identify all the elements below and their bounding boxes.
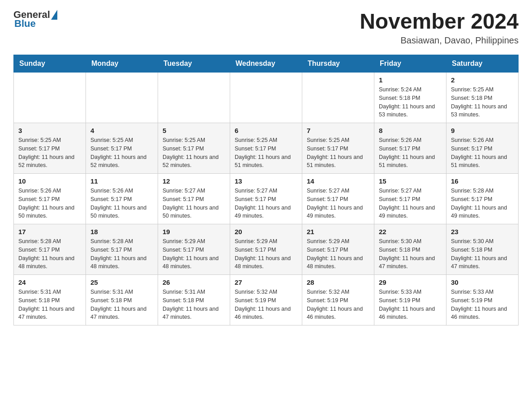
location-title: Basiawan, Davao, Philippines [360, 35, 519, 46]
day-info: Sunrise: 5:29 AM Sunset: 5:17 PM Dayligh… [307, 237, 369, 271]
day-number: 3 [18, 127, 81, 134]
calendar-cell: 26Sunrise: 5:31 AM Sunset: 5:18 PM Dayli… [158, 275, 230, 325]
day-number: 23 [451, 228, 514, 235]
day-info: Sunrise: 5:31 AM Sunset: 5:18 PM Dayligh… [18, 288, 81, 321]
day-info: Sunrise: 5:27 AM Sunset: 5:17 PM Dayligh… [307, 187, 369, 220]
day-info: Sunrise: 5:30 AM Sunset: 5:18 PM Dayligh… [379, 237, 442, 271]
day-info: Sunrise: 5:28 AM Sunset: 5:17 PM Dayligh… [451, 187, 514, 220]
day-number: 26 [163, 278, 225, 286]
day-number: 17 [18, 228, 81, 235]
calendar-cell: 28Sunrise: 5:32 AM Sunset: 5:19 PM Dayli… [302, 275, 374, 325]
calendar-cell: 16Sunrise: 5:28 AM Sunset: 5:17 PM Dayli… [446, 174, 519, 224]
day-number: 14 [307, 177, 369, 185]
calendar-cell: 18Sunrise: 5:28 AM Sunset: 5:17 PM Dayli… [86, 224, 158, 275]
calendar-cell: 15Sunrise: 5:27 AM Sunset: 5:17 PM Dayli… [374, 174, 446, 224]
day-info: Sunrise: 5:25 AM Sunset: 5:17 PM Dayligh… [90, 136, 153, 170]
calendar-cell: 22Sunrise: 5:30 AM Sunset: 5:18 PM Dayli… [374, 224, 446, 275]
day-number: 7 [307, 127, 369, 134]
calendar-cell: 29Sunrise: 5:33 AM Sunset: 5:19 PM Dayli… [374, 275, 446, 325]
day-info: Sunrise: 5:32 AM Sunset: 5:19 PM Dayligh… [307, 288, 369, 321]
calendar-cell: 30Sunrise: 5:33 AM Sunset: 5:19 PM Dayli… [446, 275, 519, 325]
calendar-header-row: SundayMondayTuesdayWednesdayThursdayFrid… [14, 55, 519, 73]
calendar-cell: 7Sunrise: 5:25 AM Sunset: 5:17 PM Daylig… [302, 123, 374, 174]
calendar-cell: 20Sunrise: 5:29 AM Sunset: 5:17 PM Dayli… [230, 224, 302, 275]
day-info: Sunrise: 5:29 AM Sunset: 5:17 PM Dayligh… [235, 237, 297, 271]
calendar-week-row: 10Sunrise: 5:26 AM Sunset: 5:17 PM Dayli… [14, 174, 519, 224]
calendar-cell [158, 73, 230, 123]
calendar-header-sunday: Sunday [14, 55, 86, 73]
day-number: 28 [307, 278, 369, 286]
day-info: Sunrise: 5:26 AM Sunset: 5:17 PM Dayligh… [379, 136, 442, 170]
calendar-cell: 23Sunrise: 5:30 AM Sunset: 5:18 PM Dayli… [446, 224, 519, 275]
calendar-cell: 5Sunrise: 5:25 AM Sunset: 5:17 PM Daylig… [158, 123, 230, 174]
logo: General Blue [13, 9, 57, 30]
day-info: Sunrise: 5:25 AM Sunset: 5:18 PM Dayligh… [451, 86, 514, 119]
calendar-cell: 17Sunrise: 5:28 AM Sunset: 5:17 PM Dayli… [14, 224, 86, 275]
calendar-cell: 9Sunrise: 5:26 AM Sunset: 5:17 PM Daylig… [446, 123, 519, 174]
page-header: General Blue November 2024 Basiawan, Dav… [13, 9, 519, 46]
calendar-header-friday: Friday [374, 55, 446, 73]
day-info: Sunrise: 5:32 AM Sunset: 5:19 PM Dayligh… [235, 288, 297, 321]
day-number: 22 [379, 228, 442, 235]
day-number: 2 [451, 76, 514, 84]
day-info: Sunrise: 5:28 AM Sunset: 5:17 PM Dayligh… [90, 237, 153, 271]
day-number: 1 [379, 76, 442, 84]
day-info: Sunrise: 5:25 AM Sunset: 5:17 PM Dayligh… [307, 136, 369, 170]
calendar-header-wednesday: Wednesday [230, 55, 302, 73]
day-number: 30 [451, 278, 514, 286]
calendar-header-saturday: Saturday [446, 55, 519, 73]
day-info: Sunrise: 5:33 AM Sunset: 5:19 PM Dayligh… [451, 288, 514, 321]
day-number: 29 [379, 278, 442, 286]
day-info: Sunrise: 5:27 AM Sunset: 5:17 PM Dayligh… [379, 187, 442, 220]
calendar-cell: 27Sunrise: 5:32 AM Sunset: 5:19 PM Dayli… [230, 275, 302, 325]
day-number: 18 [90, 228, 153, 235]
day-info: Sunrise: 5:31 AM Sunset: 5:18 PM Dayligh… [163, 288, 225, 321]
calendar-cell [86, 73, 158, 123]
title-section: November 2024 Basiawan, Davao, Philippin… [360, 9, 519, 46]
day-info: Sunrise: 5:27 AM Sunset: 5:17 PM Dayligh… [235, 187, 297, 220]
day-number: 27 [235, 278, 297, 286]
day-number: 12 [163, 177, 225, 185]
day-number: 11 [90, 177, 153, 185]
day-number: 16 [451, 177, 514, 185]
day-number: 21 [307, 228, 369, 235]
calendar-cell [302, 73, 374, 123]
day-info: Sunrise: 5:27 AM Sunset: 5:17 PM Dayligh… [163, 187, 225, 220]
day-number: 19 [163, 228, 225, 235]
calendar-week-row: 24Sunrise: 5:31 AM Sunset: 5:18 PM Dayli… [14, 275, 519, 325]
day-info: Sunrise: 5:25 AM Sunset: 5:17 PM Dayligh… [235, 136, 297, 170]
calendar-cell: 21Sunrise: 5:29 AM Sunset: 5:17 PM Dayli… [302, 224, 374, 275]
month-title: November 2024 [360, 9, 519, 34]
calendar-cell: 11Sunrise: 5:26 AM Sunset: 5:17 PM Dayli… [86, 174, 158, 224]
calendar-table: SundayMondayTuesdayWednesdayThursdayFrid… [13, 55, 519, 325]
calendar-week-row: 1Sunrise: 5:24 AM Sunset: 5:18 PM Daylig… [14, 73, 519, 123]
day-number: 4 [90, 127, 153, 134]
logo-blue-text: Blue [14, 18, 57, 30]
calendar-cell: 19Sunrise: 5:29 AM Sunset: 5:17 PM Dayli… [158, 224, 230, 275]
day-number: 10 [18, 177, 81, 185]
day-number: 6 [235, 127, 297, 134]
calendar-cell [230, 73, 302, 123]
day-info: Sunrise: 5:25 AM Sunset: 5:17 PM Dayligh… [163, 136, 225, 170]
calendar-week-row: 17Sunrise: 5:28 AM Sunset: 5:17 PM Dayli… [14, 224, 519, 275]
day-number: 8 [379, 127, 442, 134]
calendar-cell: 2Sunrise: 5:25 AM Sunset: 5:18 PM Daylig… [446, 73, 519, 123]
calendar-cell: 25Sunrise: 5:31 AM Sunset: 5:18 PM Dayli… [86, 275, 158, 325]
day-info: Sunrise: 5:24 AM Sunset: 5:18 PM Dayligh… [379, 86, 442, 119]
calendar-header-monday: Monday [86, 55, 158, 73]
calendar-header-tuesday: Tuesday [158, 55, 230, 73]
day-number: 25 [90, 278, 153, 286]
calendar-header-thursday: Thursday [302, 55, 374, 73]
day-info: Sunrise: 5:26 AM Sunset: 5:17 PM Dayligh… [18, 187, 81, 220]
day-number: 20 [235, 228, 297, 235]
calendar-cell: 13Sunrise: 5:27 AM Sunset: 5:17 PM Dayli… [230, 174, 302, 224]
day-info: Sunrise: 5:31 AM Sunset: 5:18 PM Dayligh… [90, 288, 153, 321]
calendar-cell: 1Sunrise: 5:24 AM Sunset: 5:18 PM Daylig… [374, 73, 446, 123]
day-number: 9 [451, 127, 514, 134]
calendar-week-row: 3Sunrise: 5:25 AM Sunset: 5:17 PM Daylig… [14, 123, 519, 174]
day-number: 13 [235, 177, 297, 185]
calendar-cell: 24Sunrise: 5:31 AM Sunset: 5:18 PM Dayli… [14, 275, 86, 325]
day-info: Sunrise: 5:29 AM Sunset: 5:17 PM Dayligh… [163, 237, 225, 271]
day-info: Sunrise: 5:25 AM Sunset: 5:17 PM Dayligh… [18, 136, 81, 170]
day-info: Sunrise: 5:30 AM Sunset: 5:18 PM Dayligh… [451, 237, 514, 271]
